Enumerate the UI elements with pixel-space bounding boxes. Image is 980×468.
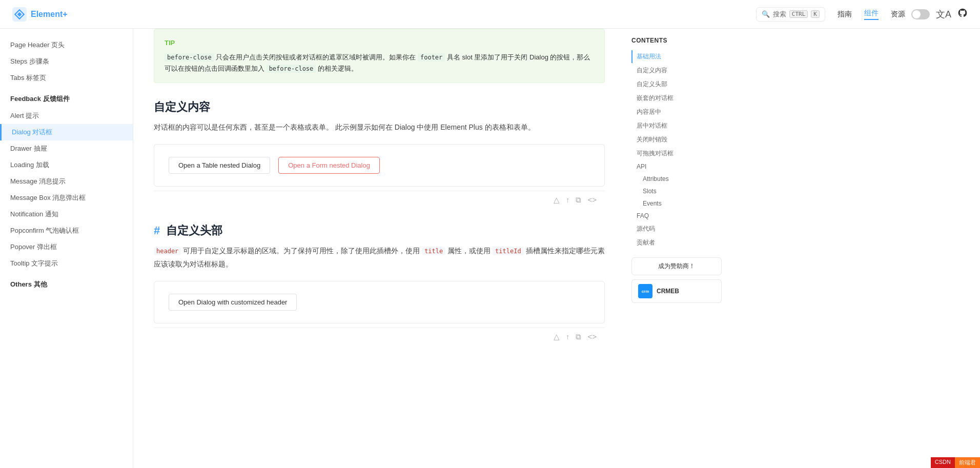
custom-header-buttons-row: Open Dialog with customized header [169, 294, 590, 311]
sidebar-item-loading[interactable]: Loading 加载 [0, 157, 133, 173]
demo-toolbar-1: △ ↑ ⧉ <> [154, 191, 605, 209]
contents-item-center-dialog[interactable]: 居中对话框 [631, 119, 722, 132]
sponsor-crmeb-logo: crm [638, 284, 652, 298]
sponsor-crmeb-name: CRMEB [657, 288, 679, 295]
contents-item-api[interactable]: API [631, 161, 722, 172]
contents-item-draggable[interactable]: 可拖拽对话框 [631, 147, 722, 160]
sidebar-item-notification[interactable]: Notification 通知 [0, 206, 133, 222]
toolbar2-icon-codepen[interactable]: ↑ [566, 332, 570, 341]
nav-resources[interactable]: 资源 [891, 10, 905, 19]
sidebar-item-steps[interactable]: Steps 步骤条 [0, 53, 133, 70]
custom-header-desc: header 可用于自定义显示标题的区域。为了保持可用性，除了使用此插槽外，使用… [154, 245, 605, 270]
toolbar2-icon-copy[interactable]: ⧉ [576, 332, 581, 341]
tip-code-before-close2: before-close [267, 65, 316, 73]
logo-text: Element+ [31, 10, 68, 19]
shortcut-k: K [811, 10, 820, 18]
contents-item-custom-header[interactable]: 自定义头部 [631, 78, 722, 91]
contents-item-basic[interactable]: 基础用法 [631, 50, 722, 63]
contents-item-source[interactable]: 源代码 [631, 222, 722, 235]
toolbar-icon-codepen[interactable]: ↑ [566, 195, 570, 205]
toolbar2-icon-code[interactable]: <> [587, 332, 597, 341]
sidebar-item-dialog[interactable]: Dialog 对话框 [0, 124, 133, 140]
desc-code-header: header [154, 247, 181, 255]
toolbar-icon-copy[interactable]: ⧉ [576, 195, 581, 205]
toolbar2-icon-edit[interactable]: △ [554, 332, 560, 341]
shortcut-ctrl: CTRL [789, 10, 808, 18]
top-navigation: Element+ 🔍 搜索 CTRL K 指南 组件 资源 文A [0, 0, 980, 29]
sidebar-item-tabs[interactable]: Tabs 标签页 [0, 70, 133, 86]
logo[interactable]: Element+ [12, 7, 68, 22]
sidebar-item-tooltip[interactable]: Tooltip 文字提示 [0, 255, 133, 272]
tip-text: before-close 只会在用户点击关闭按钮或者对话框的遮罩区域时被调用。如… [165, 52, 594, 74]
desc-code-title: title [422, 247, 445, 255]
desc-text-1: 可用于自定义显示标题的区域。为了保持可用性，除了使用此插槽外，使用 [183, 247, 422, 255]
custom-header-demo: Open Dialog with customized header [154, 281, 605, 323]
logo-icon [12, 7, 27, 22]
contents-item-attributes[interactable]: Attributes [631, 173, 722, 185]
open-table-dialog-button[interactable]: Open a Table nested Dialog [169, 157, 270, 174]
custom-content-heading: 自定义内容 [154, 99, 605, 115]
github-icon[interactable] [957, 8, 968, 21]
contents-item-faq[interactable]: FAQ [631, 210, 722, 221]
search-icon: 🔍 [762, 10, 770, 18]
sponsor-button[interactable]: 成为赞助商！ [631, 257, 722, 275]
contents-title: CONTENTS [631, 37, 722, 44]
custom-content-desc: 对话框的内容可以是任何东西，甚至是一个表格或表单。 此示例显示如何在 Dialo… [154, 121, 605, 134]
open-form-dialog-button[interactable]: Open a Form nested Dialog [278, 157, 380, 174]
contents-item-destroy[interactable]: 关闭时销毁 [631, 133, 722, 146]
custom-content-title: 自定义内容 [154, 100, 210, 113]
tip-code-footer: footer [418, 53, 445, 62]
desc-text-2: 属性，或使用 [447, 247, 493, 255]
demo-toolbar-2: △ ↑ ⧉ <> [154, 328, 605, 345]
contents-item-nested[interactable]: 嵌套的对话框 [631, 92, 722, 105]
sidebar-item-drawer[interactable]: Drawer 抽屉 [0, 140, 133, 157]
contents-item-events[interactable]: Events [631, 198, 722, 209]
contents-item-contributors[interactable]: 贡献者 [631, 236, 722, 249]
sidebar-item-popover[interactable]: Popover 弹出框 [0, 239, 133, 255]
nav-guide[interactable]: 指南 [838, 10, 852, 19]
sidebar-section-feedback: Feedback 反馈组件 [0, 90, 133, 108]
contents-item-custom-content[interactable]: 自定义内容 [631, 64, 722, 77]
demo-buttons-row: Open a Table nested Dialog Open a Form n… [169, 157, 590, 174]
search-bar[interactable]: 🔍 搜索 CTRL K [756, 7, 825, 22]
language-switch-icon[interactable]: 文A [936, 8, 951, 21]
contents-item-center-content[interactable]: 内容居中 [631, 106, 722, 118]
sponsor-logo-text: crm [642, 289, 649, 294]
custom-header-heading: # 自定义头部 [154, 223, 605, 238]
sidebar-item-message[interactable]: Message 消息提示 [0, 173, 133, 190]
sidebar: Page Header 页头 Steps 步骤条 Tabs 标签页 Feedba… [0, 29, 133, 468]
nav-links: 指南 组件 资源 [838, 9, 905, 20]
tip-text-1: 只会在用户点击关闭按钮或者对话框的遮罩区域时被调用。如果你在 [216, 53, 418, 61]
sidebar-item-alert[interactable]: Alert 提示 [0, 108, 133, 124]
tip-code-before-close: before-close [165, 53, 214, 62]
tip-box: TIP before-close 只会在用户点击关闭按钮或者对话框的遮罩区域时被… [154, 29, 605, 83]
sidebar-item-page-header[interactable]: Page Header 页头 [0, 37, 133, 53]
sidebar-item-messagebox[interactable]: Message Box 消息弹出框 [0, 190, 133, 206]
sidebar-item-popconfirm[interactable]: Popconfirm 气泡确认框 [0, 222, 133, 239]
custom-content-demo: Open a Table nested Dialog Open a Form n… [154, 144, 605, 187]
open-customized-header-dialog-button[interactable]: Open Dialog with customized header [169, 294, 297, 311]
custom-header-hash: # [154, 224, 160, 237]
theme-toggle[interactable] [911, 9, 930, 19]
page-layout: Page Header 页头 Steps 步骤条 Tabs 标签页 Feedba… [0, 29, 980, 468]
contents-panel: CONTENTS 基础用法 自定义内容 自定义头部 嵌套的对话框 内容居中 居中… [625, 29, 728, 468]
sidebar-section-others: Others 其他 [0, 276, 133, 293]
desc-code-titleid: titleId [493, 247, 524, 255]
custom-header-title: 自定义头部 [166, 224, 222, 237]
toolbar-icon-code[interactable]: <> [587, 195, 597, 205]
tip-text-3: 的相关逻辑。 [318, 65, 358, 72]
nav-components[interactable]: 组件 [864, 9, 879, 20]
contents-item-slots[interactable]: Slots [631, 186, 722, 197]
sponsor-crmeb-card[interactable]: crm CRMEB [631, 279, 722, 303]
search-label: 搜索 [773, 10, 786, 19]
toolbar-icon-edit[interactable]: △ [554, 195, 560, 205]
tip-label: TIP [165, 37, 594, 49]
main-content: TIP before-close 只会在用户点击关闭按钮或者对话框的遮罩区域时被… [133, 29, 625, 468]
